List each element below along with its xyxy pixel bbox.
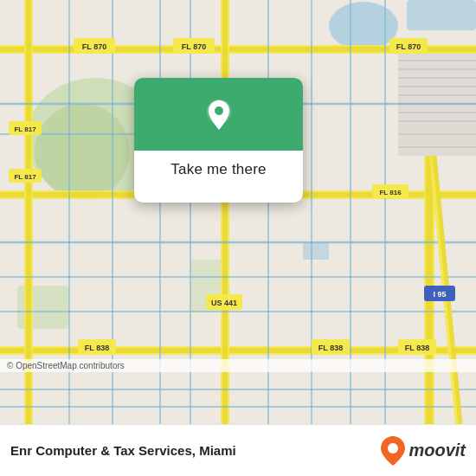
location-pin-icon (200, 97, 238, 135)
popup-bottom[interactable]: Take me there (134, 151, 303, 190)
svg-point-73 (388, 443, 398, 453)
svg-point-2 (35, 104, 130, 199)
svg-point-5 (329, 2, 398, 50)
svg-text:FL 838: FL 838 (318, 344, 343, 352)
svg-text:FL 870: FL 870 (82, 42, 106, 51)
take-me-there-label[interactable]: Take me there (170, 161, 266, 177)
bottom-text: Enr Computer & Tax Services, Miami (10, 443, 381, 458)
svg-rect-6 (407, 0, 476, 30)
moovit-logo: moovit (381, 436, 466, 466)
svg-text:I 95: I 95 (433, 290, 446, 299)
svg-text:FL 870: FL 870 (182, 42, 206, 51)
svg-text:US 441: US 441 (211, 299, 237, 307)
copyright-text: © OpenStreetMap contributors (7, 361, 125, 370)
svg-text:FL 816: FL 816 (379, 189, 402, 196)
svg-rect-7 (303, 242, 329, 260)
copyright-bar: © OpenStreetMap contributors (0, 359, 476, 372)
svg-text:FL 838: FL 838 (405, 344, 429, 352)
svg-text:FL 817: FL 817 (14, 125, 36, 133)
popup-top (134, 78, 303, 151)
moovit-text: moovit (408, 441, 466, 460)
svg-text:FL 817: FL 817 (14, 173, 36, 181)
svg-text:FL 870: FL 870 (396, 42, 421, 51)
bottom-bar: Enr Computer & Tax Services, Miami moovi… (0, 424, 476, 476)
popup-arrow (209, 190, 229, 203)
svg-text:FL 838: FL 838 (85, 344, 109, 352)
svg-point-72 (215, 106, 223, 115)
moovit-pin-icon (381, 436, 405, 466)
bottom-title: Enr Computer & Tax Services, Miami (10, 443, 381, 458)
popup-card: Take me there (134, 78, 303, 203)
map-container: FL 870 FL 870 FL 817 FL 817 FL 816 US 44… (0, 0, 476, 424)
